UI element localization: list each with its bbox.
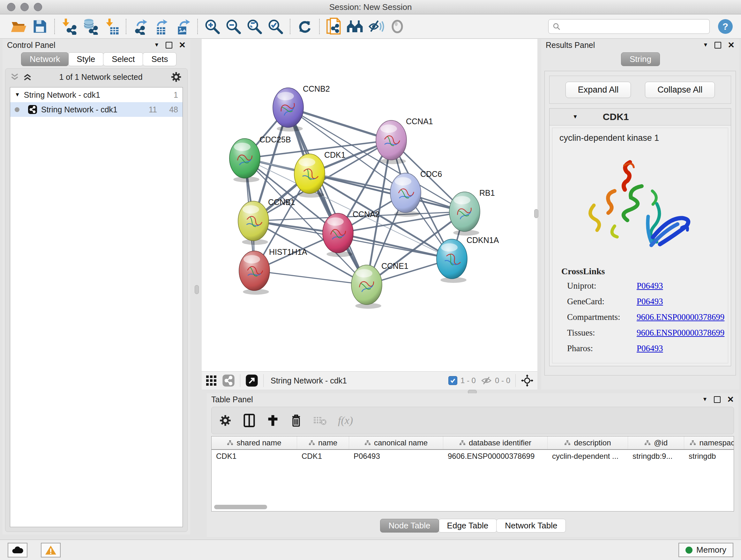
network-edge[interactable] xyxy=(338,233,452,259)
column-header[interactable]: shared name xyxy=(212,436,297,449)
birdseye-icon[interactable] xyxy=(246,374,258,387)
network-node[interactable]: CCNB2 xyxy=(273,84,330,132)
network-edge[interactable] xyxy=(288,108,391,140)
delete-column-icon[interactable] xyxy=(290,414,302,428)
table-cell[interactable]: P06493 xyxy=(349,452,443,461)
network-node[interactable]: HIST1H1A xyxy=(239,247,307,295)
columns-icon[interactable] xyxy=(243,414,256,428)
table-cell[interactable]: cyclin-dependent ... xyxy=(548,452,628,461)
horizontal-scrollbar[interactable] xyxy=(214,505,267,509)
panel-close-icon[interactable]: ✕ xyxy=(728,40,735,50)
column-header[interactable]: namespace xyxy=(684,436,734,449)
open-session-button[interactable] xyxy=(8,17,29,36)
table-row[interactable]: CDK1CDK1P064939606.ENSP00000378699cyclin… xyxy=(212,450,734,462)
tab-string[interactable]: String xyxy=(621,52,660,66)
zoom-in-button[interactable] xyxy=(202,17,223,36)
zoom-out-button[interactable] xyxy=(223,17,244,36)
add-column-icon[interactable] xyxy=(266,414,279,427)
panel-close-icon[interactable]: ✕ xyxy=(727,395,734,405)
save-session-button[interactable] xyxy=(29,17,51,36)
tab-node-table[interactable]: Node Table xyxy=(380,519,439,533)
tab-sets[interactable]: Sets xyxy=(143,52,177,66)
node-label: CCNB2 xyxy=(303,84,330,93)
left-splitter-handle[interactable] xyxy=(195,285,199,294)
panel-float-icon[interactable]: ▼ xyxy=(154,42,159,48)
network-node[interactable]: CDC25B xyxy=(229,135,291,182)
right-splitter-handle[interactable] xyxy=(534,209,538,218)
network-view-share-icon[interactable] xyxy=(222,374,235,387)
control-panel-title: Control Panel xyxy=(7,41,55,50)
import-network-button[interactable] xyxy=(59,17,80,36)
table-cell[interactable]: stringdb:9... xyxy=(628,452,684,461)
tab-select[interactable]: Select xyxy=(103,52,143,66)
crosslink-link[interactable]: 9606.ENSP00000378699 xyxy=(636,328,724,338)
selected-checkbox-icon[interactable] xyxy=(448,376,457,385)
export-network-button[interactable] xyxy=(130,17,151,36)
table-cell[interactable]: stringdb xyxy=(684,452,734,461)
string-home-button[interactable] xyxy=(345,17,366,36)
column-header[interactable]: name xyxy=(297,436,349,449)
panel-maximize-icon[interactable] xyxy=(165,42,172,49)
node-table[interactable]: shared namenamecanonical namedatabase id… xyxy=(211,436,734,511)
node-label: CDC6 xyxy=(420,170,442,179)
network-node[interactable]: RB1 xyxy=(449,188,495,236)
cloud-status-button[interactable] xyxy=(8,543,27,557)
crosslink-link[interactable]: 9606.ENSP00000378699 xyxy=(636,312,724,322)
warning-status-button[interactable] xyxy=(41,543,61,557)
memory-button[interactable]: Memory xyxy=(678,543,733,557)
window-title: Session: New Session xyxy=(0,2,741,12)
column-header[interactable]: database identifier xyxy=(443,436,548,449)
panel-close-icon[interactable]: ✕ xyxy=(179,40,186,50)
table-gear-icon[interactable] xyxy=(219,414,232,427)
gear-icon[interactable] xyxy=(170,71,182,83)
import-table-button[interactable] xyxy=(101,17,122,36)
network-collection-row[interactable]: ▼ String Network - cdk1 1 xyxy=(10,87,183,102)
table-cell[interactable]: CDK1 xyxy=(297,452,349,461)
network-node[interactable]: CCNB1 xyxy=(238,198,295,245)
tree-expand-icon[interactable]: ▼ xyxy=(15,91,20,98)
network-edge[interactable] xyxy=(254,271,367,285)
section-collapse-icon[interactable]: ▼ xyxy=(572,114,578,120)
zoom-selected-button[interactable] xyxy=(265,17,286,36)
column-header[interactable]: description xyxy=(548,436,628,449)
crosslink-link[interactable]: P06493 xyxy=(636,281,663,291)
tab-network-table[interactable]: Network Table xyxy=(496,519,566,533)
collapse-all-icon[interactable] xyxy=(10,73,19,81)
refresh-button[interactable] xyxy=(294,17,315,36)
panel-maximize-icon[interactable] xyxy=(714,396,721,403)
collapse-all-button[interactable]: Collapse All xyxy=(645,82,715,98)
network-row[interactable]: String Network - cdk1 11 48 xyxy=(10,102,183,117)
help-button[interactable]: ? xyxy=(718,19,733,34)
tab-edge-table[interactable]: Edge Table xyxy=(439,519,497,533)
network-canvas[interactable]: CCNB2CCNA1CDC25BCDK1CDC6RB1CCNB1CCNA2CDK… xyxy=(202,39,537,372)
network-node[interactable]: CCNA1 xyxy=(376,117,433,164)
hide-labels-button[interactable] xyxy=(366,17,387,36)
share-document-button[interactable] xyxy=(324,17,345,36)
network-view-title: String Network - cdk1 xyxy=(271,376,347,385)
column-header[interactable]: @id xyxy=(628,436,684,449)
pan-crosshair-icon[interactable] xyxy=(521,374,534,387)
expand-all-button[interactable]: Expand All xyxy=(565,82,631,98)
export-table-button[interactable] xyxy=(151,17,172,36)
share-document-icon xyxy=(326,17,342,36)
expand-all-icon[interactable] xyxy=(23,73,31,81)
column-header[interactable]: canonical name xyxy=(349,436,443,449)
network-node[interactable]: CCNE1 xyxy=(351,261,408,309)
search-input[interactable] xyxy=(548,19,710,34)
import-network-from-database-button[interactable] xyxy=(80,17,101,36)
grid-view-icon[interactable] xyxy=(205,375,217,386)
export-image-button[interactable] xyxy=(172,17,193,36)
tab-network[interactable]: Network xyxy=(21,52,69,66)
table-cell[interactable]: CDK1 xyxy=(212,452,297,461)
gene-section-header[interactable]: ▼ CDK1 xyxy=(549,109,731,125)
crosslink-link[interactable]: P06493 xyxy=(636,344,663,354)
panel-float-icon[interactable]: ▼ xyxy=(703,42,708,48)
zoom-fit-button[interactable] xyxy=(244,17,265,36)
network-node[interactable]: CDKN1A xyxy=(436,236,499,283)
crosslink-link[interactable]: P06493 xyxy=(636,297,663,307)
table-cell[interactable]: 9606.ENSP00000378699 xyxy=(443,452,548,461)
show-hide-eye-button[interactable] xyxy=(387,17,408,36)
panel-float-icon[interactable]: ▼ xyxy=(702,396,708,402)
panel-maximize-icon[interactable] xyxy=(715,42,721,49)
tab-style[interactable]: Style xyxy=(68,52,104,66)
